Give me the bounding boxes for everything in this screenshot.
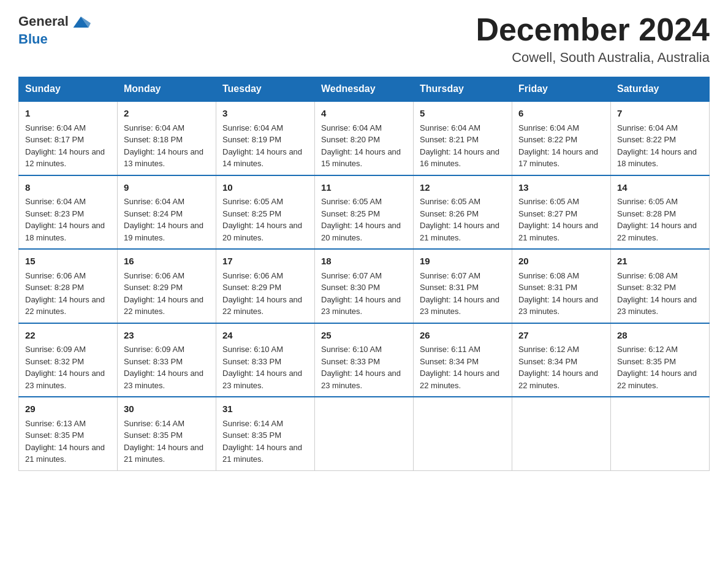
day-number: 14 — [617, 181, 703, 195]
day-number: 1 — [25, 107, 111, 121]
day-number: 21 — [617, 255, 703, 269]
table-row: 23 Sunrise: 6:09 AMSunset: 8:33 PMDaylig… — [118, 323, 216, 397]
day-info: Sunrise: 6:05 AMSunset: 8:25 PMDaylight:… — [222, 197, 302, 242]
day-info: Sunrise: 6:14 AMSunset: 8:35 PMDaylight:… — [124, 419, 203, 464]
col-sunday: Sunday — [19, 77, 118, 102]
table-row: 8 Sunrise: 6:04 AMSunset: 8:23 PMDayligh… — [19, 175, 118, 250]
day-info: Sunrise: 6:05 AMSunset: 8:28 PMDaylight:… — [617, 197, 697, 242]
page-header: General Blue December 2024 Cowell, South… — [18, 12, 710, 66]
title-block: December 2024 Cowell, South Australia, A… — [476, 12, 710, 66]
day-info: Sunrise: 6:04 AMSunset: 8:18 PMDaylight:… — [124, 123, 203, 169]
table-row — [512, 397, 611, 470]
day-info: Sunrise: 6:11 AMSunset: 8:34 PMDaylight:… — [420, 345, 499, 390]
table-row — [315, 397, 414, 470]
day-info: Sunrise: 6:09 AMSunset: 8:32 PMDaylight:… — [25, 345, 105, 390]
table-row: 22 Sunrise: 6:09 AMSunset: 8:32 PMDaylig… — [19, 323, 118, 397]
col-tuesday: Tuesday — [216, 77, 315, 102]
col-saturday: Saturday — [611, 77, 710, 102]
day-info: Sunrise: 6:04 AMSunset: 8:23 PMDaylight:… — [25, 197, 105, 242]
day-info: Sunrise: 6:10 AMSunset: 8:33 PMDaylight:… — [222, 345, 302, 390]
day-info: Sunrise: 6:06 AMSunset: 8:29 PMDaylight:… — [222, 271, 302, 316]
table-row: 26 Sunrise: 6:11 AMSunset: 8:34 PMDaylig… — [414, 323, 512, 397]
table-row: 4 Sunrise: 6:04 AMSunset: 8:20 PMDayligh… — [315, 101, 414, 175]
table-row: 20 Sunrise: 6:08 AMSunset: 8:31 PMDaylig… — [512, 249, 611, 323]
day-info: Sunrise: 6:04 AMSunset: 8:24 PMDaylight:… — [124, 197, 203, 242]
calendar-week-row: 1 Sunrise: 6:04 AMSunset: 8:17 PMDayligh… — [19, 101, 710, 175]
day-info: Sunrise: 6:05 AMSunset: 8:25 PMDaylight:… — [321, 197, 401, 242]
table-row: 5 Sunrise: 6:04 AMSunset: 8:21 PMDayligh… — [414, 101, 512, 175]
day-info: Sunrise: 6:14 AMSunset: 8:35 PMDaylight:… — [222, 419, 302, 464]
day-info: Sunrise: 6:04 AMSunset: 8:22 PMDaylight:… — [617, 123, 697, 169]
day-number: 29 — [25, 402, 111, 416]
day-number: 26 — [420, 329, 506, 343]
day-number: 30 — [124, 402, 210, 416]
day-info: Sunrise: 6:04 AMSunset: 8:22 PMDaylight:… — [518, 123, 598, 169]
day-number: 15 — [25, 255, 111, 269]
day-info: Sunrise: 6:07 AMSunset: 8:30 PMDaylight:… — [321, 271, 401, 316]
day-info: Sunrise: 6:04 AMSunset: 8:20 PMDaylight:… — [321, 123, 401, 169]
day-number: 18 — [321, 255, 407, 269]
day-info: Sunrise: 6:12 AMSunset: 8:34 PMDaylight:… — [518, 345, 598, 390]
logo: General Blue — [18, 12, 91, 47]
day-number: 31 — [222, 402, 308, 416]
calendar-week-row: 22 Sunrise: 6:09 AMSunset: 8:32 PMDaylig… — [19, 323, 710, 397]
table-row: 11 Sunrise: 6:05 AMSunset: 8:25 PMDaylig… — [315, 175, 414, 250]
table-row: 18 Sunrise: 6:07 AMSunset: 8:30 PMDaylig… — [315, 249, 414, 323]
day-info: Sunrise: 6:04 AMSunset: 8:17 PMDaylight:… — [25, 123, 105, 169]
table-row: 3 Sunrise: 6:04 AMSunset: 8:19 PMDayligh… — [216, 101, 315, 175]
calendar-table: Sunday Monday Tuesday Wednesday Thursday… — [18, 77, 710, 471]
month-title: December 2024 — [476, 12, 710, 47]
calendar-week-row: 29 Sunrise: 6:13 AMSunset: 8:35 PMDaylig… — [19, 397, 710, 470]
col-thursday: Thursday — [414, 77, 512, 102]
col-friday: Friday — [512, 77, 611, 102]
location-title: Cowell, South Australia, Australia — [476, 50, 710, 66]
day-info: Sunrise: 6:09 AMSunset: 8:33 PMDaylight:… — [124, 345, 203, 390]
day-info: Sunrise: 6:04 AMSunset: 8:19 PMDaylight:… — [222, 123, 302, 169]
day-number: 28 — [617, 329, 703, 343]
table-row: 2 Sunrise: 6:04 AMSunset: 8:18 PMDayligh… — [118, 101, 216, 175]
day-number: 11 — [321, 181, 407, 195]
table-row: 10 Sunrise: 6:05 AMSunset: 8:25 PMDaylig… — [216, 175, 315, 250]
day-info: Sunrise: 6:05 AMSunset: 8:27 PMDaylight:… — [518, 197, 598, 242]
day-number: 8 — [25, 181, 111, 195]
day-info: Sunrise: 6:07 AMSunset: 8:31 PMDaylight:… — [420, 271, 499, 316]
day-number: 2 — [124, 107, 210, 121]
table-row: 27 Sunrise: 6:12 AMSunset: 8:34 PMDaylig… — [512, 323, 611, 397]
day-number: 23 — [124, 329, 210, 343]
table-row: 21 Sunrise: 6:08 AMSunset: 8:32 PMDaylig… — [611, 249, 710, 323]
day-info: Sunrise: 6:05 AMSunset: 8:26 PMDaylight:… — [420, 197, 499, 242]
table-row: 13 Sunrise: 6:05 AMSunset: 8:27 PMDaylig… — [512, 175, 611, 250]
logo-blue: Blue — [18, 31, 48, 47]
day-info: Sunrise: 6:10 AMSunset: 8:33 PMDaylight:… — [321, 345, 401, 390]
day-number: 3 — [222, 107, 308, 121]
table-row: 31 Sunrise: 6:14 AMSunset: 8:35 PMDaylig… — [216, 397, 315, 470]
table-row: 29 Sunrise: 6:13 AMSunset: 8:35 PMDaylig… — [19, 397, 118, 470]
table-row: 19 Sunrise: 6:07 AMSunset: 8:31 PMDaylig… — [414, 249, 512, 323]
table-row: 12 Sunrise: 6:05 AMSunset: 8:26 PMDaylig… — [414, 175, 512, 250]
table-row: 24 Sunrise: 6:10 AMSunset: 8:33 PMDaylig… — [216, 323, 315, 397]
calendar-week-row: 15 Sunrise: 6:06 AMSunset: 8:28 PMDaylig… — [19, 249, 710, 323]
day-number: 17 — [222, 255, 308, 269]
calendar-week-row: 8 Sunrise: 6:04 AMSunset: 8:23 PMDayligh… — [19, 175, 710, 250]
table-row: 9 Sunrise: 6:04 AMSunset: 8:24 PMDayligh… — [118, 175, 216, 250]
table-row: 7 Sunrise: 6:04 AMSunset: 8:22 PMDayligh… — [611, 101, 710, 175]
day-info: Sunrise: 6:06 AMSunset: 8:28 PMDaylight:… — [25, 271, 105, 316]
col-monday: Monday — [118, 77, 216, 102]
logo-text: General Blue — [18, 12, 91, 47]
day-number: 13 — [518, 181, 604, 195]
table-row — [414, 397, 512, 470]
table-row: 6 Sunrise: 6:04 AMSunset: 8:22 PMDayligh… — [512, 101, 611, 175]
day-info: Sunrise: 6:12 AMSunset: 8:35 PMDaylight:… — [617, 345, 697, 390]
day-number: 7 — [617, 107, 703, 121]
day-number: 10 — [222, 181, 308, 195]
day-number: 24 — [222, 329, 308, 343]
table-row: 17 Sunrise: 6:06 AMSunset: 8:29 PMDaylig… — [216, 249, 315, 323]
day-number: 5 — [420, 107, 506, 121]
day-number: 19 — [420, 255, 506, 269]
day-number: 25 — [321, 329, 407, 343]
day-info: Sunrise: 6:13 AMSunset: 8:35 PMDaylight:… — [25, 419, 105, 464]
table-row: 25 Sunrise: 6:10 AMSunset: 8:33 PMDaylig… — [315, 323, 414, 397]
day-number: 16 — [124, 255, 210, 269]
col-wednesday: Wednesday — [315, 77, 414, 102]
table-row: 1 Sunrise: 6:04 AMSunset: 8:17 PMDayligh… — [19, 101, 118, 175]
